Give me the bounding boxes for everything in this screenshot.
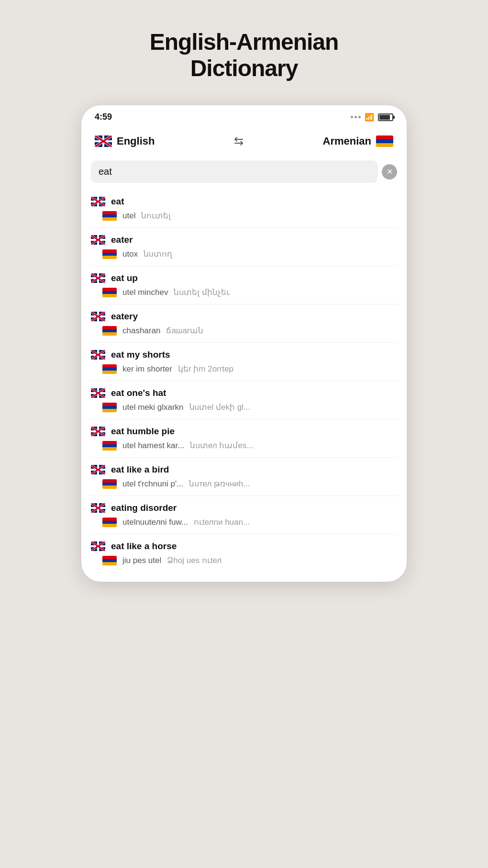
armenian-flag-icon — [102, 249, 117, 259]
list-item[interactable]: eating disorder utelnuutелni fuw... ուtе… — [91, 496, 397, 534]
list-item[interactable]: eater utox նuտող — [91, 228, 397, 266]
english-word: eat like a bird — [111, 464, 169, 475]
armenian-text: նuտել մինչեւ — [174, 287, 229, 297]
armenian-text: նuտող — [144, 249, 172, 259]
entry-armenian: ker im shorter կեr իm 2orrteр — [91, 362, 397, 381]
armenian-text: կեr իm 2orrteр — [178, 364, 233, 374]
source-language[interactable]: English — [95, 135, 155, 147]
entry-english: eat up — [91, 266, 397, 285]
english-word: eat my shorts — [111, 349, 170, 360]
search-input[interactable] — [99, 166, 370, 177]
armenian-flag-icon — [102, 211, 117, 221]
armenian-flag-icon — [102, 326, 117, 336]
search-container: ✕ — [81, 158, 407, 190]
english-word: eat humble pie — [111, 426, 175, 437]
uk-flag-icon — [91, 541, 105, 551]
transliteration-text: chasharan — [122, 326, 160, 336]
entry-english: eatery — [91, 304, 397, 324]
list-item[interactable]: eat up utel minchev նuտել մինչեւ — [91, 266, 397, 304]
uk-flag-icon — [91, 197, 105, 206]
entry-armenian: utel նուտել — [91, 209, 397, 227]
status-time: 4:59 — [95, 112, 112, 122]
transliteration-text: utel t'rchnuni p'... — [122, 479, 183, 489]
battery-icon — [378, 113, 393, 121]
english-word: eat like a horse — [111, 541, 177, 552]
entry-english: eating disorder — [91, 496, 397, 515]
entry-english: eater — [91, 228, 397, 247]
uk-flag-icon — [91, 312, 105, 321]
uk-flag-icon — [91, 388, 105, 398]
entry-armenian: utel t'rchnuni p'... նuтел թռчниh... — [91, 477, 397, 496]
list-item[interactable]: eat my shorts ker im shorter կեr իm 2orr… — [91, 343, 397, 381]
entry-armenian: utel meki glxarkn նuտel մekի gl... — [91, 400, 397, 419]
entry-english: eat — [91, 190, 397, 209]
clear-search-button[interactable]: ✕ — [382, 164, 397, 180]
armenian-text: ուtелnи huan... — [194, 517, 250, 527]
english-word: eat up — [111, 273, 138, 283]
search-input-wrap[interactable] — [91, 160, 378, 183]
uk-flag-icon — [91, 465, 105, 474]
uk-flag-icon — [91, 273, 105, 283]
entry-armenian: jiu pes utel Ձhoj ues ուtел — [91, 553, 397, 572]
entry-english: eat my shorts — [91, 343, 397, 362]
armenian-text: նuտел համes... — [190, 440, 253, 451]
entry-armenian: utox նuտող — [91, 247, 397, 266]
list-item[interactable]: eat utel նուտել — [91, 190, 397, 228]
armenian-flag-icon — [102, 403, 117, 412]
entry-english: eat humble pie — [91, 419, 397, 439]
list-item[interactable]: eat like a horse jiu pes utel Ձhoj ues ո… — [91, 534, 397, 572]
entry-armenian: utel hamest kar... նuտел համes... — [91, 439, 397, 457]
phone-frame: 4:59 📶 English ⇆ Armenian — [81, 105, 407, 582]
english-word: eat — [111, 196, 124, 207]
transliteration-text: utox — [122, 249, 138, 259]
transliteration-text: utel — [122, 211, 135, 221]
transliteration-text: jiu pes utel — [122, 556, 161, 565]
entry-english: eat one's hat — [91, 381, 397, 400]
english-word: eatery — [111, 311, 138, 322]
swap-icon: ⇆ — [234, 135, 244, 148]
transliteration-text: utel minchev — [122, 288, 168, 297]
app-title: English-Armenian Dictionary — [150, 29, 339, 81]
armenian-text: Ձhoj ues ուtел — [167, 555, 222, 565]
target-language-label: Armenian — [323, 135, 371, 147]
english-word: eat one's hat — [111, 388, 166, 398]
status-icons: 📶 — [351, 113, 393, 122]
armenian-text: նուտել — [141, 211, 171, 221]
language-bar: English ⇆ Armenian — [81, 126, 407, 158]
transliteration-text: utelnuutелni fuw... — [122, 518, 188, 527]
english-word: eating disorder — [111, 503, 177, 513]
list-item[interactable]: eat one's hat utel meki glxarkn նuտel մe… — [91, 381, 397, 419]
english-word: eater — [111, 235, 133, 245]
list-item[interactable]: eat humble pie utel hamest kar... նuտел … — [91, 419, 397, 458]
list-item[interactable]: eat like a bird utel t'rchnuni p'... նuт… — [91, 458, 397, 496]
armenian-flag-icon — [102, 556, 117, 565]
source-language-label: English — [117, 135, 155, 147]
target-language[interactable]: Armenian — [323, 135, 393, 147]
entry-english: eat like a horse — [91, 534, 397, 553]
swap-languages-button[interactable]: ⇆ — [228, 131, 249, 152]
list-item[interactable]: eatery chasharan ճaшarան — [91, 304, 397, 343]
entry-english: eat like a bird — [91, 458, 397, 477]
uk-flag-icon — [91, 427, 105, 436]
armenian-flag-icon — [102, 288, 117, 297]
armenian-flag-icon — [102, 479, 117, 489]
status-bar: 4:59 📶 — [81, 105, 407, 126]
armenian-text: նuտel մekի gl... — [189, 402, 251, 412]
clear-icon: ✕ — [387, 168, 393, 176]
signal-icon — [351, 116, 361, 118]
armenian-flag-icon — [102, 441, 117, 451]
armenian-text: ճaшarան — [166, 326, 203, 336]
armenian-flag-icon — [102, 518, 117, 527]
uk-flag-icon — [91, 350, 105, 360]
entry-armenian: chasharan ճaшarան — [91, 324, 397, 342]
results-list: eat utel նուտել eater utox նuտող — [81, 190, 407, 572]
transliteration-text: utel meki glxarkn — [122, 403, 184, 412]
transliteration-text: utel hamest kar... — [122, 441, 184, 451]
armenian-flag-icon — [102, 364, 117, 374]
armenian-text: նuтел թռчниh... — [189, 479, 250, 489]
uk-flag-icon — [91, 503, 105, 513]
uk-flag-icon — [95, 135, 112, 147]
entry-armenian: utelnuutелni fuw... ուtелnи huan... — [91, 515, 397, 534]
armenian-flag-icon — [376, 135, 393, 147]
entry-armenian: utel minchev նuտել մինչեւ — [91, 285, 397, 304]
